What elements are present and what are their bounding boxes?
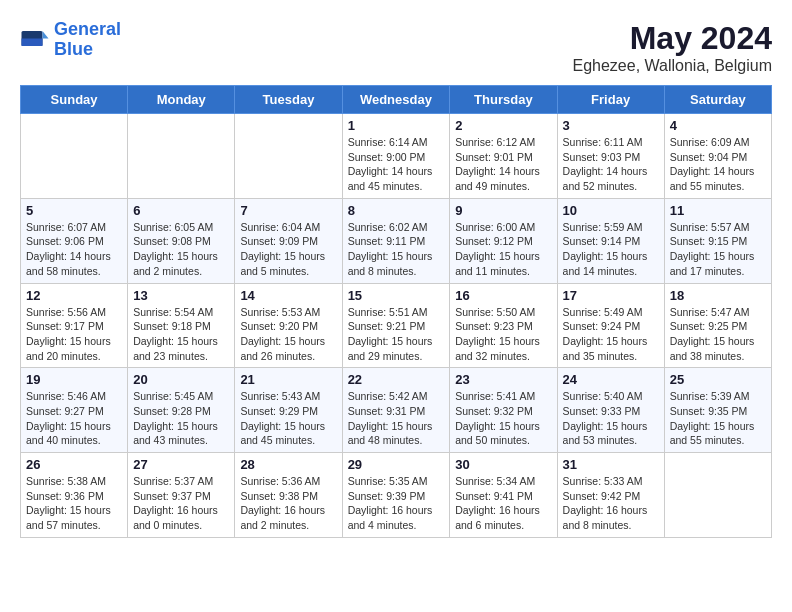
day-info: Sunrise: 5:42 AM Sunset: 9:31 PM Dayligh… <box>348 389 445 448</box>
calendar-table: SundayMondayTuesdayWednesdayThursdayFrid… <box>20 85 772 538</box>
calendar-week-3: 12Sunrise: 5:56 AM Sunset: 9:17 PM Dayli… <box>21 283 772 368</box>
weekday-header-friday: Friday <box>557 86 664 114</box>
calendar-cell: 17Sunrise: 5:49 AM Sunset: 9:24 PM Dayli… <box>557 283 664 368</box>
calendar-cell <box>128 114 235 199</box>
weekday-header-wednesday: Wednesday <box>342 86 450 114</box>
calendar-cell: 26Sunrise: 5:38 AM Sunset: 9:36 PM Dayli… <box>21 453 128 538</box>
day-info: Sunrise: 6:12 AM Sunset: 9:01 PM Dayligh… <box>455 135 551 194</box>
day-number: 21 <box>240 372 336 387</box>
calendar-cell: 31Sunrise: 5:33 AM Sunset: 9:42 PM Dayli… <box>557 453 664 538</box>
calendar-cell: 14Sunrise: 5:53 AM Sunset: 9:20 PM Dayli… <box>235 283 342 368</box>
day-info: Sunrise: 6:14 AM Sunset: 9:00 PM Dayligh… <box>348 135 445 194</box>
day-number: 13 <box>133 288 229 303</box>
day-info: Sunrise: 5:41 AM Sunset: 9:32 PM Dayligh… <box>455 389 551 448</box>
calendar-cell: 19Sunrise: 5:46 AM Sunset: 9:27 PM Dayli… <box>21 368 128 453</box>
day-number: 30 <box>455 457 551 472</box>
day-info: Sunrise: 5:34 AM Sunset: 9:41 PM Dayligh… <box>455 474 551 533</box>
day-info: Sunrise: 5:39 AM Sunset: 9:35 PM Dayligh… <box>670 389 766 448</box>
day-number: 23 <box>455 372 551 387</box>
calendar-cell: 6Sunrise: 6:05 AM Sunset: 9:08 PM Daylig… <box>128 198 235 283</box>
day-number: 8 <box>348 203 445 218</box>
day-number: 4 <box>670 118 766 133</box>
day-info: Sunrise: 5:36 AM Sunset: 9:38 PM Dayligh… <box>240 474 336 533</box>
day-info: Sunrise: 5:53 AM Sunset: 9:20 PM Dayligh… <box>240 305 336 364</box>
title-block: May 2024 Eghezee, Wallonia, Belgium <box>572 20 772 75</box>
day-number: 12 <box>26 288 122 303</box>
weekday-header-monday: Monday <box>128 86 235 114</box>
day-number: 18 <box>670 288 766 303</box>
day-number: 6 <box>133 203 229 218</box>
day-number: 25 <box>670 372 766 387</box>
calendar-cell: 22Sunrise: 5:42 AM Sunset: 9:31 PM Dayli… <box>342 368 450 453</box>
day-info: Sunrise: 5:45 AM Sunset: 9:28 PM Dayligh… <box>133 389 229 448</box>
calendar-cell <box>21 114 128 199</box>
day-number: 17 <box>563 288 659 303</box>
day-number: 22 <box>348 372 445 387</box>
calendar-cell: 11Sunrise: 5:57 AM Sunset: 9:15 PM Dayli… <box>664 198 771 283</box>
day-number: 5 <box>26 203 122 218</box>
weekday-header-saturday: Saturday <box>664 86 771 114</box>
day-number: 3 <box>563 118 659 133</box>
calendar-cell: 20Sunrise: 5:45 AM Sunset: 9:28 PM Dayli… <box>128 368 235 453</box>
day-info: Sunrise: 6:07 AM Sunset: 9:06 PM Dayligh… <box>26 220 122 279</box>
calendar-week-5: 26Sunrise: 5:38 AM Sunset: 9:36 PM Dayli… <box>21 453 772 538</box>
calendar-cell: 5Sunrise: 6:07 AM Sunset: 9:06 PM Daylig… <box>21 198 128 283</box>
day-info: Sunrise: 5:40 AM Sunset: 9:33 PM Dayligh… <box>563 389 659 448</box>
svg-marker-1 <box>43 31 49 39</box>
main-title: May 2024 <box>572 20 772 57</box>
calendar-header: SundayMondayTuesdayWednesdayThursdayFrid… <box>21 86 772 114</box>
weekday-header-row: SundayMondayTuesdayWednesdayThursdayFrid… <box>21 86 772 114</box>
day-number: 28 <box>240 457 336 472</box>
day-number: 29 <box>348 457 445 472</box>
day-number: 31 <box>563 457 659 472</box>
day-info: Sunrise: 6:11 AM Sunset: 9:03 PM Dayligh… <box>563 135 659 194</box>
day-info: Sunrise: 5:47 AM Sunset: 9:25 PM Dayligh… <box>670 305 766 364</box>
day-info: Sunrise: 6:04 AM Sunset: 9:09 PM Dayligh… <box>240 220 336 279</box>
day-number: 11 <box>670 203 766 218</box>
day-number: 19 <box>26 372 122 387</box>
calendar-week-4: 19Sunrise: 5:46 AM Sunset: 9:27 PM Dayli… <box>21 368 772 453</box>
day-info: Sunrise: 5:37 AM Sunset: 9:37 PM Dayligh… <box>133 474 229 533</box>
logo-icon <box>20 25 50 55</box>
day-number: 14 <box>240 288 336 303</box>
calendar-cell: 30Sunrise: 5:34 AM Sunset: 9:41 PM Dayli… <box>450 453 557 538</box>
calendar-cell: 12Sunrise: 5:56 AM Sunset: 9:17 PM Dayli… <box>21 283 128 368</box>
logo-text: General Blue <box>54 20 121 60</box>
calendar-cell: 27Sunrise: 5:37 AM Sunset: 9:37 PM Dayli… <box>128 453 235 538</box>
subtitle: Eghezee, Wallonia, Belgium <box>572 57 772 75</box>
calendar-cell: 13Sunrise: 5:54 AM Sunset: 9:18 PM Dayli… <box>128 283 235 368</box>
weekday-header-sunday: Sunday <box>21 86 128 114</box>
calendar-cell: 23Sunrise: 5:41 AM Sunset: 9:32 PM Dayli… <box>450 368 557 453</box>
calendar-cell: 10Sunrise: 5:59 AM Sunset: 9:14 PM Dayli… <box>557 198 664 283</box>
page-header: General Blue May 2024 Eghezee, Wallonia,… <box>20 20 772 75</box>
day-info: Sunrise: 5:50 AM Sunset: 9:23 PM Dayligh… <box>455 305 551 364</box>
calendar-cell: 15Sunrise: 5:51 AM Sunset: 9:21 PM Dayli… <box>342 283 450 368</box>
logo-line1: General <box>54 19 121 39</box>
day-number: 24 <box>563 372 659 387</box>
day-number: 2 <box>455 118 551 133</box>
calendar-cell: 16Sunrise: 5:50 AM Sunset: 9:23 PM Dayli… <box>450 283 557 368</box>
day-info: Sunrise: 5:35 AM Sunset: 9:39 PM Dayligh… <box>348 474 445 533</box>
day-number: 15 <box>348 288 445 303</box>
day-info: Sunrise: 6:02 AM Sunset: 9:11 PM Dayligh… <box>348 220 445 279</box>
weekday-header-thursday: Thursday <box>450 86 557 114</box>
calendar-week-1: 1Sunrise: 6:14 AM Sunset: 9:00 PM Daylig… <box>21 114 772 199</box>
calendar-cell: 9Sunrise: 6:00 AM Sunset: 9:12 PM Daylig… <box>450 198 557 283</box>
day-info: Sunrise: 5:54 AM Sunset: 9:18 PM Dayligh… <box>133 305 229 364</box>
calendar-cell: 8Sunrise: 6:02 AM Sunset: 9:11 PM Daylig… <box>342 198 450 283</box>
calendar-cell: 29Sunrise: 5:35 AM Sunset: 9:39 PM Dayli… <box>342 453 450 538</box>
svg-rect-2 <box>22 38 43 46</box>
calendar-cell: 18Sunrise: 5:47 AM Sunset: 9:25 PM Dayli… <box>664 283 771 368</box>
logo-line2: Blue <box>54 39 93 59</box>
calendar-cell: 24Sunrise: 5:40 AM Sunset: 9:33 PM Dayli… <box>557 368 664 453</box>
day-info: Sunrise: 5:46 AM Sunset: 9:27 PM Dayligh… <box>26 389 122 448</box>
day-info: Sunrise: 6:05 AM Sunset: 9:08 PM Dayligh… <box>133 220 229 279</box>
day-number: 9 <box>455 203 551 218</box>
calendar-cell: 28Sunrise: 5:36 AM Sunset: 9:38 PM Dayli… <box>235 453 342 538</box>
day-info: Sunrise: 5:33 AM Sunset: 9:42 PM Dayligh… <box>563 474 659 533</box>
day-number: 1 <box>348 118 445 133</box>
day-info: Sunrise: 6:09 AM Sunset: 9:04 PM Dayligh… <box>670 135 766 194</box>
calendar-cell: 4Sunrise: 6:09 AM Sunset: 9:04 PM Daylig… <box>664 114 771 199</box>
calendar-cell: 3Sunrise: 6:11 AM Sunset: 9:03 PM Daylig… <box>557 114 664 199</box>
day-number: 10 <box>563 203 659 218</box>
